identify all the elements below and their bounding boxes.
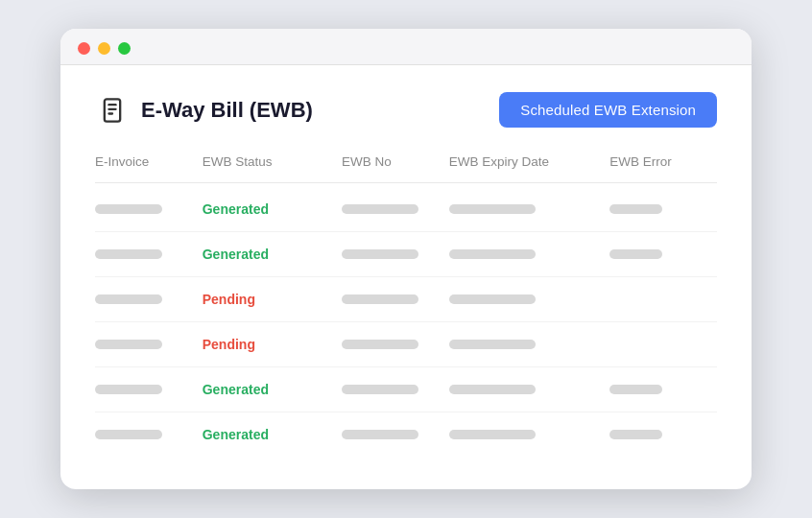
status-badge: Generated [203,247,269,262]
table-row: Generated [95,232,717,277]
cell-ewb-expiry [449,200,610,218]
placeholder-bar [95,385,162,394]
cell-ewb-error [609,426,717,443]
cell-ewb-status: Generated [203,246,342,263]
cell-ewb-expiry [449,381,610,398]
cell-ewb-expiry [449,291,610,308]
ewb-table: E-Invoice EWB Status EWB No EWB Expiry D… [95,151,717,457]
placeholder-bar [95,249,162,259]
placeholder-bar [95,340,162,349]
scheduled-ewb-button[interactable]: Scheduled EWB Extension [499,92,717,128]
dot-yellow [98,42,110,55]
placeholder-bar [609,385,662,394]
titlebar [60,29,752,65]
cell-ewb-error [609,200,717,218]
table-row: Pending [95,322,717,367]
dot-red [78,42,90,55]
cell-ewb-no [342,246,449,263]
ewb-icon [95,93,130,128]
cell-ewb-status: Pending [203,291,342,308]
placeholder-bar [449,340,536,349]
placeholder-bar [449,294,536,304]
placeholder-bar [609,249,662,259]
placeholder-bar [95,294,162,304]
table-row: Generated [95,187,717,232]
cell-e-invoice [95,426,203,443]
status-badge: Generated [203,427,269,442]
cell-ewb-error [609,381,717,398]
status-badge: Pending [203,337,255,352]
cell-e-invoice [95,291,203,308]
cell-e-invoice [95,381,203,398]
col-e-invoice: E-Invoice [95,151,203,173]
title-group: E-Way Bill (EWB) [95,93,313,128]
cell-ewb-status: Generated [203,381,342,398]
status-badge: Generated [203,201,269,217]
placeholder-bar [449,430,536,439]
col-ewb-no: EWB No [342,151,449,173]
cell-ewb-expiry [449,426,610,443]
main-content: E-Way Bill (EWB) Scheduled EWB Extension… [60,65,752,480]
table-row: Generated [95,412,717,457]
cell-ewb-no [342,426,449,443]
cell-ewb-status: Pending [203,336,342,353]
cell-ewb-expiry [449,336,610,353]
placeholder-bar [342,340,418,349]
col-ewb-status: EWB Status [203,151,342,173]
cell-e-invoice [95,200,203,218]
table-row: Pending [95,277,717,322]
placeholder-bar [609,430,662,439]
page-header: E-Way Bill (EWB) Scheduled EWB Extension [95,92,717,128]
cell-ewb-error [609,246,717,263]
browser-window: E-Way Bill (EWB) Scheduled EWB Extension… [60,29,752,489]
page-title: E-Way Bill (EWB) [141,98,313,123]
placeholder-bar [342,430,418,439]
placeholder-bar [449,249,536,259]
cell-e-invoice [95,336,203,353]
cell-ewb-expiry [449,246,610,263]
placeholder-bar [95,204,162,214]
col-ewb-expiry: EWB Expiry Date [449,151,610,173]
placeholder-bar [342,249,418,259]
placeholder-bar [449,204,536,214]
table-header: E-Invoice EWB Status EWB No EWB Expiry D… [95,151,717,183]
cell-e-invoice [95,246,203,263]
cell-ewb-no [342,381,449,398]
col-ewb-error: EWB Error [609,151,717,173]
placeholder-bar [342,204,418,214]
placeholder-bar [95,430,162,439]
cell-ewb-no [342,291,449,308]
placeholder-bar [342,294,418,304]
cell-ewb-status: Generated [203,426,342,443]
dot-green [118,42,131,55]
placeholder-bar [342,385,418,394]
table-row: Generated [95,367,717,412]
status-badge: Generated [203,382,269,397]
placeholder-bar [449,385,536,394]
cell-ewb-status: Generated [203,200,342,218]
status-badge: Pending [203,292,255,307]
placeholder-bar [609,204,662,214]
table-body: GeneratedGeneratedPendingPendingGenerate… [95,187,717,457]
cell-ewb-no [342,200,449,218]
cell-ewb-no [342,336,449,353]
